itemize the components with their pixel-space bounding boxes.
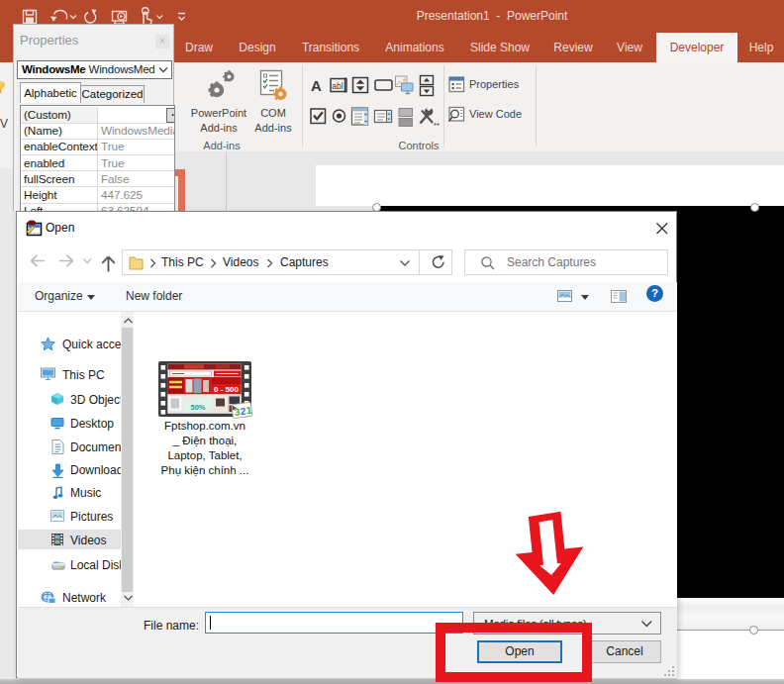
svg-text:A: A: [311, 77, 322, 94]
svg-text:0 - 500: 0 - 500: [214, 385, 239, 394]
svg-text:50%: 50%: [190, 403, 205, 412]
svg-text:abl: abl: [332, 81, 343, 91]
